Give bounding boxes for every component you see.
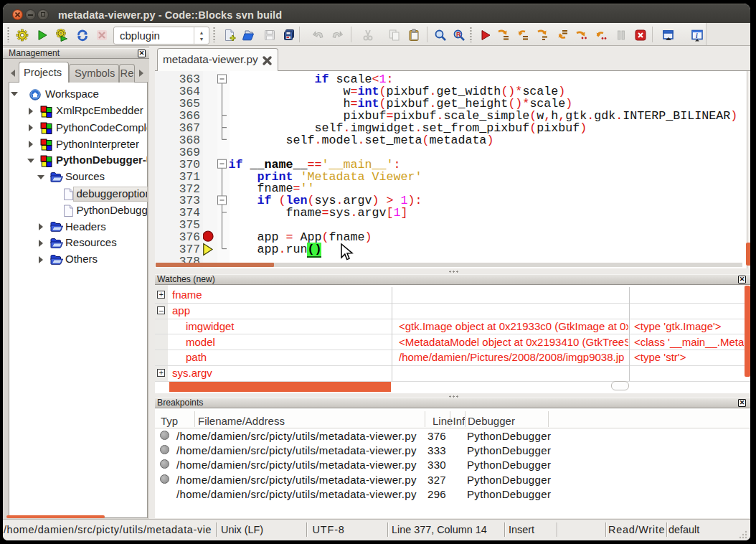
svg-text:R: R [456,31,461,38]
svg-text:i: i [696,32,698,39]
